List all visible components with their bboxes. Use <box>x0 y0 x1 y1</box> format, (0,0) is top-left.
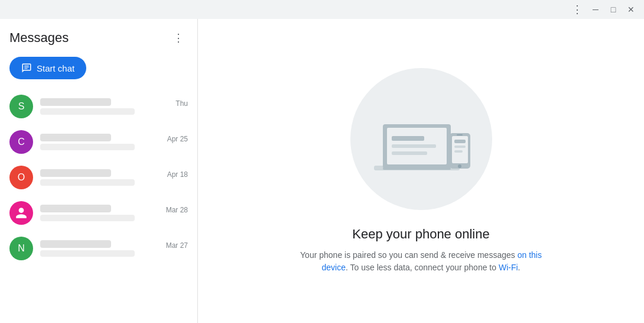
conv-time: Mar 28 <box>166 206 188 214</box>
sidebar: Messages ⋮ Start chat S Thu <box>0 19 198 323</box>
sidebar-menu-button[interactable]: ⋮ <box>169 28 188 47</box>
conv-top: Mar 27 <box>40 240 188 250</box>
svg-rect-10 <box>454 140 466 143</box>
svg-rect-3 <box>392 136 424 141</box>
illustration-circle <box>350 68 492 210</box>
devices-illustration <box>362 86 480 192</box>
sidebar-menu-icon: ⋮ <box>173 31 184 44</box>
conv-preview <box>40 215 135 221</box>
start-chat-button[interactable]: Start chat <box>9 57 86 79</box>
conv-name <box>40 134 111 141</box>
conversation-item[interactable]: N Mar 27 <box>0 231 197 266</box>
conv-top: Apr 25 <box>40 134 188 144</box>
conv-preview <box>40 108 135 115</box>
title-bar: ⋮ ─ □ ✕ <box>0 0 644 19</box>
svg-rect-12 <box>454 150 463 153</box>
panel-description: Your phone is paired so you can send & r… <box>297 249 545 274</box>
svg-rect-5 <box>392 151 427 155</box>
svg-rect-4 <box>392 144 436 148</box>
conversation-list[interactable]: S Thu C Apr 25 <box>0 89 197 323</box>
conversation-item[interactable]: Mar 28 <box>0 195 197 231</box>
app-container: Messages ⋮ Start chat S Thu <box>0 19 644 323</box>
conv-top: Mar 28 <box>40 205 188 215</box>
panel-desc-part1: Your phone is paired so you can send & r… <box>300 250 518 260</box>
avatar: S <box>9 95 33 118</box>
conv-content: Mar 28 <box>40 205 188 221</box>
avatar <box>9 201 33 225</box>
conv-top: Apr 18 <box>40 169 188 179</box>
main-panel: Keep your phone online Your phone is pai… <box>198 19 644 323</box>
conv-content: Mar 27 <box>40 240 188 257</box>
conv-name <box>40 205 111 212</box>
maximize-button[interactable]: □ <box>605 1 622 18</box>
compose-icon <box>21 63 32 73</box>
conversation-item[interactable]: S Thu <box>0 89 197 124</box>
conv-content: Apr 25 <box>40 134 188 150</box>
panel-desc-part3: . <box>518 263 521 272</box>
panel-link2[interactable]: Wi-Fi <box>499 263 518 272</box>
title-bar-controls: ⋮ ─ □ ✕ <box>568 1 639 18</box>
avatar: C <box>9 130 33 154</box>
conv-time: Apr 18 <box>167 170 188 179</box>
close-button[interactable]: ✕ <box>623 1 639 18</box>
panel-desc-part2: . To use less data, connect your phone t… <box>346 263 499 272</box>
panel-title: Keep your phone online <box>352 227 489 242</box>
conv-preview <box>40 179 135 186</box>
conv-time: Mar 27 <box>166 241 188 250</box>
sidebar-header: Messages ⋮ <box>0 19 197 54</box>
avatar: O <box>9 166 33 189</box>
conv-name <box>40 169 111 177</box>
conv-time: Apr 25 <box>167 135 188 143</box>
title-bar-menu-icon[interactable]: ⋮ <box>568 1 586 18</box>
conv-name <box>40 240 111 248</box>
svg-rect-11 <box>454 146 466 148</box>
conv-preview <box>40 250 135 257</box>
conv-content: Apr 18 <box>40 169 188 186</box>
start-chat-label: Start chat <box>37 63 74 73</box>
conv-preview <box>40 144 135 150</box>
avatar: N <box>9 237 33 260</box>
sidebar-title: Messages <box>9 30 69 46</box>
svg-point-9 <box>458 164 461 168</box>
conversation-item[interactable]: C Apr 25 <box>0 124 197 160</box>
conv-content: Thu <box>40 98 188 115</box>
person-icon <box>15 206 28 219</box>
minimize-button[interactable]: ─ <box>587 1 604 18</box>
conversation-item[interactable]: O Apr 18 <box>0 160 197 195</box>
conv-name <box>40 98 111 106</box>
svg-rect-6 <box>383 167 451 170</box>
svg-rect-13 <box>457 134 463 135</box>
conv-top: Thu <box>40 98 188 108</box>
conv-time: Thu <box>175 99 188 108</box>
